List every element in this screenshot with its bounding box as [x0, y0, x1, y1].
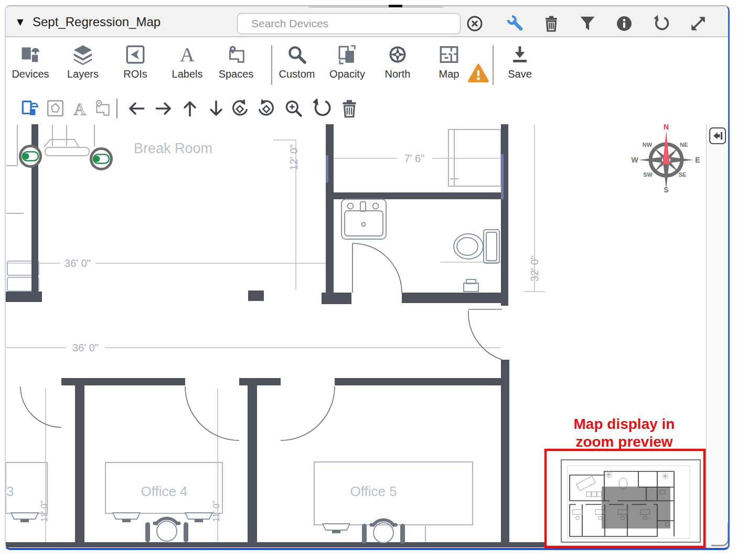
svg-text:7' 6": 7' 6": [404, 153, 425, 164]
walls: [5, 124, 544, 547]
office4-chair: [145, 519, 188, 542]
svg-text:Map display in: Map display in: [574, 416, 675, 432]
svg-text:NW: NW: [643, 142, 653, 148]
svg-text:12' 0": 12' 0": [288, 144, 300, 170]
dimension-labels: 36' 0" 36' 0" 12' 0" 7' 6" 32' 0" 11' 0"…: [39, 144, 540, 522]
svg-text:zoom preview: zoom preview: [575, 434, 672, 450]
compass-rose: N NE E SE S SW W NW: [631, 123, 700, 194]
svg-text:32' 0": 32' 0": [529, 255, 540, 282]
zoom-viewport-indicator[interactable]: [602, 487, 670, 529]
collapse-panel-button[interactable]: [709, 127, 726, 144]
svg-text:36' 0": 36' 0": [65, 257, 91, 269]
svg-text:Office 5: Office 5: [350, 483, 397, 499]
svg-text:11' 0": 11' 0": [39, 500, 49, 522]
top-notch: [389, 5, 402, 7]
svg-text:W: W: [631, 156, 638, 164]
svg-text:NE: NE: [680, 142, 688, 148]
svg-text:36' 0": 36' 0": [72, 342, 99, 353]
svg-text:Break Room: Break Room: [134, 141, 212, 156]
top-edge-line: [308, 7, 443, 7]
office5-chair: [362, 520, 405, 544]
svg-text:S: S: [664, 186, 668, 194]
floor-plan-svg: 36' 0" 36' 0" 12' 0" 7' 6" 32' 0" 11' 0"…: [0, 0, 748, 560]
svg-text:SE: SE: [679, 171, 687, 178]
collapse-arrow-icon: [712, 130, 723, 142]
svg-text:Office 4: Office 4: [141, 483, 187, 499]
annotation-text: Map display in zoom preview: [574, 416, 675, 450]
wall-highlight-1: [326, 155, 328, 182]
wall-highlight-2: [501, 154, 504, 199]
dimension-lines: [6, 125, 545, 542]
svg-text:11' 0": 11' 0": [211, 500, 221, 522]
compass-north-needle: [663, 131, 670, 164]
scroll-corner: [711, 523, 729, 546]
svg-text:N: N: [664, 123, 669, 131]
device-toggle-1[interactable]: [20, 146, 41, 167]
device-toggle-2[interactable]: [91, 149, 112, 169]
zoom-preview: [546, 450, 704, 547]
svg-text:SW: SW: [643, 171, 653, 178]
map-editor-app: ▼ Sept_Regression_Map Devices: [0, 0, 748, 560]
svg-text:E: E: [695, 156, 700, 164]
bathroom-fixtures: [341, 199, 499, 292]
svg-text:3: 3: [6, 483, 14, 499]
